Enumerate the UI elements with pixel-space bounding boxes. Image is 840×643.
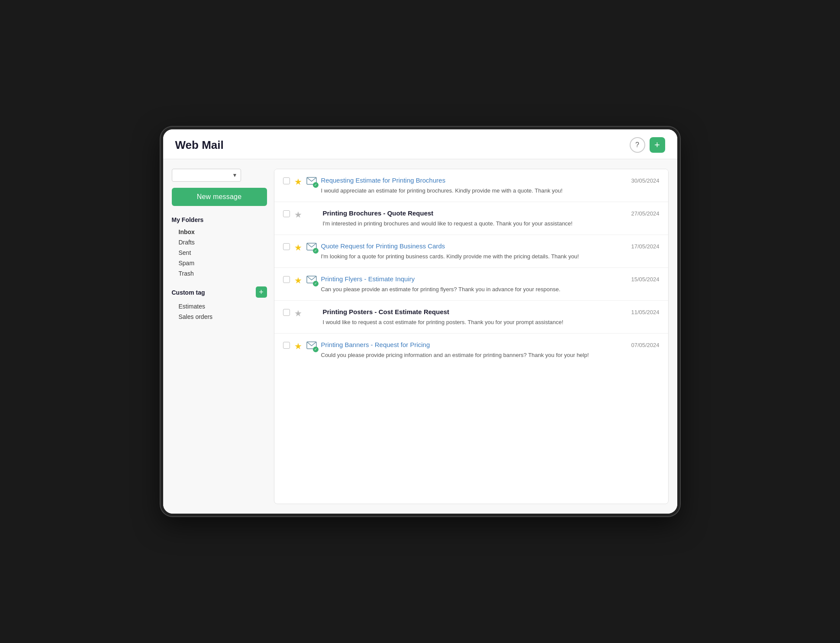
email-preview: Can you please provide an estimate for p…: [321, 285, 627, 294]
folder-select[interactable]: [172, 169, 241, 182]
sidebar: ▼ New message My Folders Inbox Drafts Se…: [172, 169, 267, 504]
email-checkbox[interactable]: [283, 276, 290, 283]
custom-tag-header: Custom tag +: [172, 286, 267, 298]
email-list: ★ ✓ Requesting Estimate for Printing Bro…: [274, 169, 669, 504]
sidebar-item-estimates[interactable]: Estimates: [172, 301, 267, 312]
email-subject[interactable]: Requesting Estimate for Printing Brochur…: [321, 176, 627, 185]
email-preview: I would like to request a cost estimate …: [323, 318, 627, 327]
email-item[interactable]: ★ ✓ Printing Banners - Request for Prici…: [274, 334, 668, 366]
email-checkbox[interactable]: [283, 210, 290, 217]
header-actions: ? +: [630, 137, 665, 153]
email-subject[interactable]: Printing Brochures - Quote Request: [323, 209, 627, 218]
star-icon[interactable]: ★: [294, 308, 302, 318]
custom-tag-title: Custom tag: [172, 289, 205, 296]
email-preview: I'm interested in printing brochures and…: [323, 219, 627, 228]
email-content: Printing Banners - Request for PricingCo…: [321, 341, 627, 359]
email-content: Printing Brochures - Quote RequestI'm in…: [323, 209, 627, 228]
sidebar-item-inbox[interactable]: Inbox: [172, 227, 267, 237]
folder-list: Inbox Drafts Sent Spam Trash: [172, 227, 267, 279]
email-content: Requesting Estimate for Printing Brochur…: [321, 176, 627, 195]
email-checkbox[interactable]: [283, 309, 290, 316]
new-message-button[interactable]: New message: [172, 188, 267, 206]
read-check-icon: ✓: [313, 347, 319, 352]
email-content: Printing Flyers - Estimate InquiryCan yo…: [321, 275, 627, 293]
app-frame: Web Mail ? + ▼ New message My Folders In…: [161, 127, 680, 516]
email-subject[interactable]: Quote Request for Printing Business Card…: [321, 242, 627, 251]
read-icon: ✓: [306, 177, 317, 186]
add-tag-button[interactable]: +: [256, 286, 267, 298]
read-check-icon: ✓: [313, 182, 319, 188]
email-checkbox[interactable]: [283, 243, 290, 250]
email-item[interactable]: ★ ✓ Quote Request for Printing Business …: [274, 235, 668, 268]
app-body: ▼ New message My Folders Inbox Drafts Se…: [163, 159, 677, 514]
email-subject[interactable]: Printing Banners - Request for Pricing: [321, 341, 627, 349]
email-date: 11/05/2024: [631, 309, 659, 315]
folder-dropdown-wrapper: ▼: [172, 169, 267, 182]
email-item[interactable]: ★Printing Posters - Cost Estimate Reques…: [274, 301, 668, 334]
email-checkbox[interactable]: [283, 342, 290, 349]
email-date: 17/05/2024: [631, 243, 659, 250]
email-date: 30/05/2024: [631, 177, 659, 184]
read-icon: ✓: [306, 243, 317, 252]
email-subject[interactable]: Printing Flyers - Estimate Inquiry: [321, 275, 627, 283]
app-header: Web Mail ? +: [163, 129, 677, 159]
folders-section-title: My Folders: [172, 216, 267, 223]
app-title: Web Mail: [175, 138, 224, 152]
email-content: Quote Request for Printing Business Card…: [321, 242, 627, 260]
sidebar-item-sales-orders[interactable]: Sales orders: [172, 312, 267, 322]
star-icon[interactable]: ★: [294, 341, 302, 351]
sidebar-item-trash[interactable]: Trash: [172, 268, 267, 279]
email-date: 27/05/2024: [631, 210, 659, 217]
email-checkbox[interactable]: [283, 177, 290, 184]
sidebar-item-spam[interactable]: Spam: [172, 258, 267, 268]
read-check-icon: ✓: [313, 248, 319, 254]
email-preview: Could you please provide pricing informa…: [321, 351, 627, 360]
email-subject[interactable]: Printing Posters - Cost Estimate Request: [323, 308, 627, 316]
email-item[interactable]: ★Printing Brochures - Quote RequestI'm i…: [274, 202, 668, 235]
read-icon: ✓: [306, 341, 317, 351]
email-item[interactable]: ★ ✓ Printing Flyers - Estimate InquiryCa…: [274, 268, 668, 301]
email-preview: I'm looking for a quote for printing bus…: [321, 252, 627, 261]
email-item[interactable]: ★ ✓ Requesting Estimate for Printing Bro…: [274, 169, 668, 202]
sidebar-item-drafts[interactable]: Drafts: [172, 237, 267, 248]
email-date: 07/05/2024: [631, 342, 659, 348]
email-date: 15/05/2024: [631, 276, 659, 283]
star-icon[interactable]: ★: [294, 242, 302, 253]
help-button[interactable]: ?: [630, 137, 645, 153]
dropdown-container: ▼: [172, 169, 241, 182]
tag-list: Estimates Sales orders: [172, 301, 267, 322]
star-icon[interactable]: ★: [294, 209, 302, 220]
read-icon: ✓: [306, 276, 317, 285]
email-content: Printing Posters - Cost Estimate Request…: [323, 308, 627, 326]
email-preview: I would appreciate an estimate for print…: [321, 186, 627, 195]
star-icon[interactable]: ★: [294, 177, 302, 187]
read-check-icon: ✓: [313, 281, 319, 286]
star-icon[interactable]: ★: [294, 275, 302, 286]
add-button[interactable]: +: [650, 137, 665, 153]
sidebar-item-sent[interactable]: Sent: [172, 248, 267, 258]
